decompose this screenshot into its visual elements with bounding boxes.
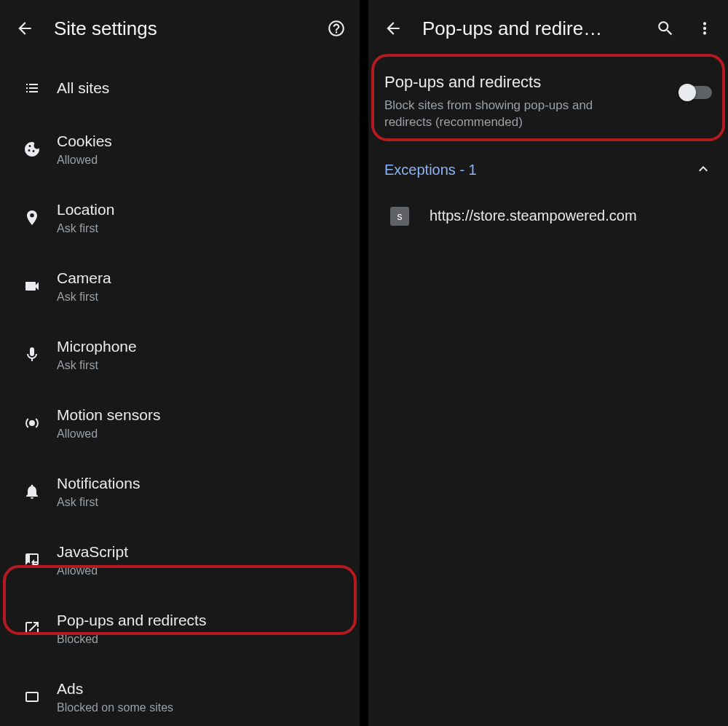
row-cookies[interactable]: CookiesAllowed — [0, 115, 360, 184]
page-title-left: Site settings — [54, 17, 317, 40]
row-label: Location — [57, 200, 347, 219]
row-label: JavaScript — [57, 542, 347, 561]
row-label: Camera — [57, 269, 347, 288]
arrow-left-icon — [15, 19, 34, 38]
row-popups[interactable]: Pop-ups and redirectsBlocked — [0, 594, 360, 663]
list-icon — [23, 79, 41, 97]
row-notifications[interactable]: NotificationsAsk first — [0, 457, 360, 526]
more-vert-icon — [695, 19, 714, 38]
search-button[interactable] — [652, 15, 678, 42]
back-button[interactable] — [10, 14, 39, 43]
pane-divider — [360, 0, 368, 726]
page-title-right: Pop-ups and redire… — [422, 17, 646, 40]
row-status: Ask first — [57, 496, 347, 509]
row-label: Microphone — [57, 337, 347, 356]
exceptions-header-text: Exceptions - 1 — [384, 162, 477, 178]
back-button[interactable] — [379, 14, 408, 43]
row-label: Ads — [57, 679, 347, 698]
site-settings-pane: Site settings All sites CookiesAllowed L… — [0, 0, 360, 726]
bell-icon — [23, 483, 41, 500]
row-status: Allowed — [57, 427, 347, 441]
row-label: All sites — [57, 79, 347, 98]
arrow-left-icon — [384, 19, 403, 38]
row-status: Blocked on some sites — [57, 701, 347, 714]
popup-icon — [23, 620, 41, 637]
location-icon — [23, 209, 41, 226]
site-favicon: s — [390, 207, 409, 226]
ads-icon — [23, 688, 41, 706]
exception-url: https://store.steampowered.com — [430, 208, 637, 224]
help-button[interactable] — [323, 15, 349, 42]
row-label: Notifications — [57, 474, 347, 493]
popups-switch[interactable] — [680, 86, 712, 99]
appbar-right: Pop-ups and redire… — [368, 0, 728, 57]
toggle-title: Pop-ups and redirects — [384, 73, 680, 92]
row-status: Ask first — [57, 222, 347, 235]
mic-icon — [23, 346, 41, 363]
help-icon — [327, 19, 346, 38]
motion-icon — [23, 414, 41, 432]
toggle-subtitle: Block sites from showing pop-ups and red… — [384, 98, 625, 131]
more-button[interactable] — [692, 15, 718, 42]
row-status: Ask first — [57, 291, 347, 304]
row-status: Blocked — [57, 633, 347, 646]
row-camera[interactable]: CameraAsk first — [0, 252, 360, 320]
settings-list: All sites CookiesAllowed LocationAsk fir… — [0, 57, 360, 726]
switch-knob — [678, 84, 696, 101]
camera-icon — [23, 277, 41, 295]
chevron-up-icon — [695, 160, 712, 178]
popups-pane: Pop-ups and redire… Pop-ups and redirect… — [368, 0, 728, 726]
row-status: Allowed — [57, 564, 347, 577]
row-location[interactable]: LocationAsk first — [0, 184, 360, 252]
row-microphone[interactable]: MicrophoneAsk first — [0, 320, 360, 389]
cookie-icon — [23, 141, 41, 158]
row-status: Ask first — [57, 359, 347, 372]
search-icon — [656, 19, 675, 38]
row-label: Cookies — [57, 132, 347, 151]
appbar-left: Site settings — [0, 0, 360, 57]
exception-item[interactable]: s https://store.steampowered.com — [368, 194, 728, 239]
popups-toggle-row[interactable]: Pop-ups and redirects Block sites from s… — [368, 57, 728, 147]
row-ads[interactable]: AdsBlocked on some sites — [0, 663, 360, 726]
row-motion[interactable]: Motion sensorsAllowed — [0, 389, 360, 457]
js-icon — [23, 551, 41, 569]
row-label: Motion sensors — [57, 406, 347, 425]
row-javascript[interactable]: JavaScriptAllowed — [0, 526, 360, 594]
row-status: Allowed — [57, 154, 347, 167]
row-all-sites[interactable]: All sites — [0, 61, 360, 115]
row-label: Pop-ups and redirects — [57, 611, 347, 630]
exceptions-header[interactable]: Exceptions - 1 — [368, 147, 728, 194]
